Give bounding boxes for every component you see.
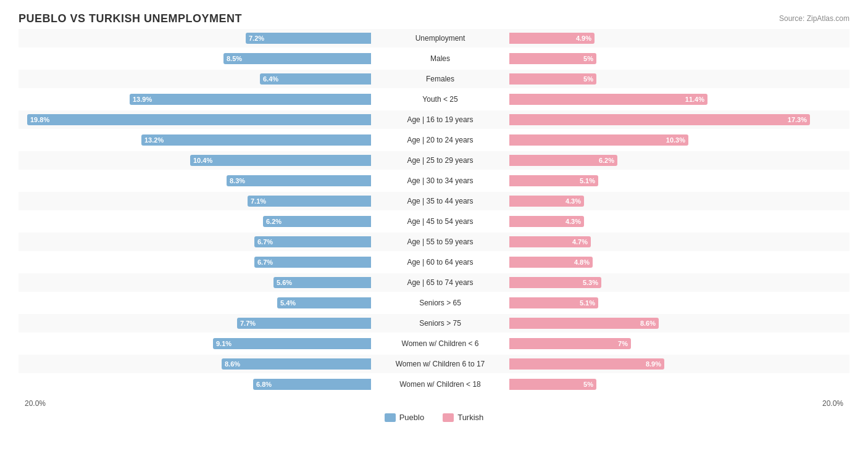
pueblo-value-inside: 6.7% [254, 238, 273, 246]
turkish-bar: 8.6% [509, 318, 659, 329]
left-section: 9.1% [19, 334, 372, 353]
pueblo-bar: 19.8% [27, 114, 371, 125]
pueblo-value-inside: 6.8% [253, 381, 272, 388]
row-label: Age | 55 to 59 years [372, 238, 508, 246]
table-row: 6.7% Age | 55 to 59 years 4.7% [19, 233, 849, 251]
turkish-bar: 5% [509, 379, 596, 390]
turkish-bar: 17.3% [509, 114, 810, 125]
bars-row: 5.4% Seniors > 65 5.1% [19, 294, 849, 312]
bars-row: 6.7% Age | 55 to 59 years 4.7% [19, 233, 849, 251]
turkish-value-inside: 4.9% [576, 35, 595, 42]
table-row: 8.3% Age | 30 to 34 years 5.1% [19, 172, 849, 190]
turkish-value-inside: 8.9% [646, 360, 664, 368]
turkish-bar: 10.3% [509, 134, 688, 146]
turkish-value-inside: 5% [583, 381, 596, 388]
pueblo-value-inside: 6.4% [260, 75, 278, 83]
chart-body: 7.2% Unemployment 4.9% 8.5% Males [19, 29, 849, 394]
pueblo-value-inside: 8.3% [227, 177, 245, 184]
row-label: Women w/ Children < 18 [372, 380, 508, 389]
right-section: 10.3% [508, 131, 862, 149]
bars-row: 8.5% Males 5% [19, 49, 849, 68]
table-row: 6.8% Women w/ Children < 18 5% [19, 375, 849, 394]
bars-row: 10.4% Age | 25 to 29 years 6.2% [19, 151, 849, 170]
left-section: 13.2% [19, 131, 372, 149]
pueblo-bar: 7.1% [248, 196, 371, 207]
row-label: Unemployment [372, 34, 508, 43]
legend-turkish-label: Turkish [457, 413, 483, 422]
bars-row: 13.2% Age | 20 to 24 years 10.3% [19, 131, 849, 149]
left-section: 7.7% [19, 314, 372, 333]
right-section: 4.9% [508, 29, 862, 48]
legend-pueblo-box [385, 413, 396, 422]
right-section: 5% [508, 375, 862, 394]
pueblo-value-inside: 5.6% [273, 279, 292, 286]
legend: Pueblo Turkish [19, 413, 849, 422]
table-row: 8.6% Women w/ Children 6 to 17 8.9% [19, 355, 849, 373]
right-section: 8.6% [508, 314, 862, 333]
row-label: Women w/ Children 6 to 17 [372, 360, 508, 368]
row-label: Age | 25 to 29 years [372, 156, 508, 165]
turkish-value-inside: 8.6% [640, 320, 659, 327]
pueblo-value-inside: 6.7% [254, 258, 273, 266]
turkish-bar: 4.8% [509, 257, 593, 268]
bars-row: 5.6% Age | 65 to 74 years 5.3% [19, 273, 849, 292]
turkish-bar: 7% [509, 338, 631, 349]
right-section: 6.2% [508, 151, 862, 170]
bars-row: 8.6% Women w/ Children 6 to 17 8.9% [19, 355, 849, 373]
left-section: 7.1% [19, 192, 372, 210]
turkish-value-inside: 5.1% [580, 177, 598, 184]
turkish-bar: 4.7% [509, 236, 591, 247]
pueblo-value-inside: 7.2% [246, 35, 264, 42]
table-row: 9.1% Women w/ Children < 6 7% [19, 334, 849, 353]
right-section: 5.1% [508, 294, 862, 312]
axis-left: 20.0% [19, 399, 366, 408]
turkish-value-inside: 4.7% [572, 238, 591, 246]
left-section: 8.3% [19, 172, 372, 190]
right-section: 7% [508, 334, 862, 353]
pueblo-value-inside: 9.1% [213, 340, 232, 347]
turkish-value-inside: 4.3% [565, 218, 584, 225]
turkish-bar: 5.3% [509, 277, 601, 288]
axis-row: 20.0% 20.0% [19, 395, 849, 408]
right-section: 4.7% [508, 233, 862, 251]
turkish-value-inside: 4.3% [565, 197, 584, 205]
pueblo-bar: 6.4% [260, 73, 371, 85]
table-row: 6.7% Age | 60 to 64 years 4.8% [19, 253, 849, 271]
turkish-value-inside: 5% [583, 75, 596, 83]
row-label: Youth < 25 [372, 95, 508, 104]
pueblo-bar: 7.2% [246, 33, 371, 44]
table-row: 19.8% Age | 16 to 19 years 17.3% [19, 110, 849, 129]
legend-turkish-box [443, 413, 454, 422]
turkish-value-inside: 7% [618, 340, 631, 347]
row-label: Seniors > 75 [372, 319, 508, 328]
pueblo-value-inside: 7.1% [248, 197, 266, 205]
pueblo-value-inside: 13.9% [130, 96, 152, 103]
bars-row: 9.1% Women w/ Children < 6 7% [19, 334, 849, 353]
table-row: 10.4% Age | 25 to 29 years 6.2% [19, 151, 849, 170]
turkish-bar: 11.4% [509, 94, 707, 105]
pueblo-bar: 8.3% [227, 175, 371, 186]
pueblo-bar: 13.2% [141, 134, 371, 146]
row-label: Age | 35 to 44 years [372, 197, 508, 205]
row-label: Age | 45 to 54 years [372, 217, 508, 226]
table-row: 13.2% Age | 20 to 24 years 10.3% [19, 131, 849, 149]
left-section: 10.4% [19, 151, 372, 170]
right-section: 4.3% [508, 192, 862, 210]
row-label: Females [372, 75, 508, 83]
pueblo-value-inside: 13.2% [141, 136, 164, 144]
pueblo-value-inside: 8.6% [222, 360, 240, 368]
table-row: 7.2% Unemployment 4.9% [19, 29, 849, 48]
row-label: Age | 16 to 19 years [372, 115, 508, 124]
row-label: Age | 30 to 34 years [372, 176, 508, 185]
left-section: 8.5% [19, 49, 372, 68]
pueblo-bar: 7.7% [237, 318, 371, 329]
bars-row: 13.9% Youth < 25 11.4% [19, 90, 849, 109]
pueblo-value-inside: 8.5% [223, 55, 242, 62]
bars-row: 6.2% Age | 45 to 54 years 4.3% [19, 212, 849, 231]
pueblo-bar: 8.6% [222, 358, 371, 370]
right-section: 11.4% [508, 90, 862, 109]
right-section: 5.3% [508, 273, 862, 292]
table-row: 7.7% Seniors > 75 8.6% [19, 314, 849, 333]
turkish-bar: 4.3% [509, 216, 584, 227]
row-label: Age | 60 to 64 years [372, 258, 508, 267]
